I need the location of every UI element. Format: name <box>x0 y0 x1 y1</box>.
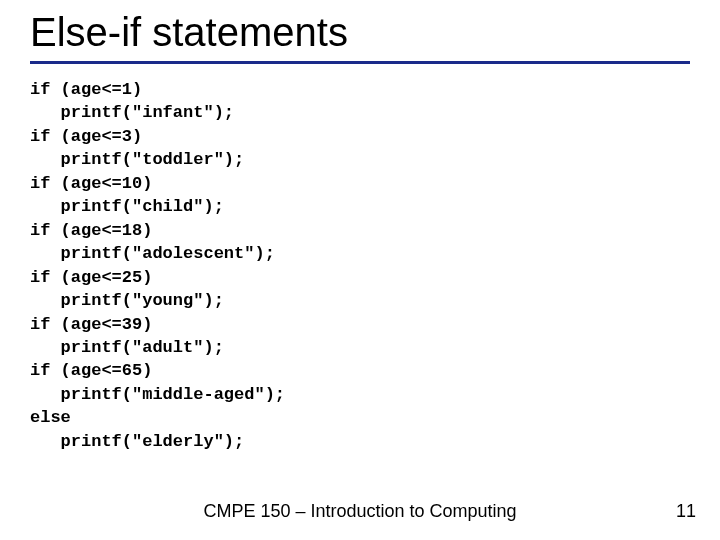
slide-title: Else-if statements <box>30 10 690 55</box>
title-underline <box>30 61 690 64</box>
page-number: 11 <box>676 501 696 522</box>
code-block: if (age<=1) printf("infant"); if (age<=3… <box>30 78 690 453</box>
slide: Else-if statements if (age<=1) printf("i… <box>0 0 720 540</box>
footer-text: CMPE 150 – Introduction to Computing <box>0 501 720 522</box>
